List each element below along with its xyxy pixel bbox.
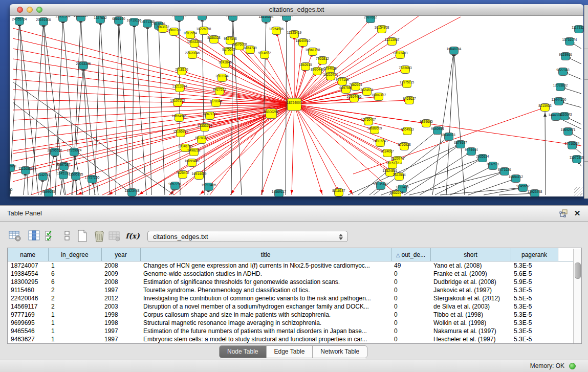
table-cell[interactable]: 9463627 (8, 335, 48, 343)
table-cell[interactable]: 9465546 (8, 327, 48, 335)
table-cell[interactable]: 5.3E-5 (511, 335, 558, 343)
graph-edge[interactable] (13, 28, 294, 104)
graph-edge[interactable] (294, 19, 371, 104)
table-cell[interactable]: 6 (48, 270, 101, 278)
close-window-icon[interactable] (17, 7, 23, 13)
table-cell[interactable]: 2008 (101, 261, 140, 270)
graph-edge[interactable] (100, 19, 110, 195)
table-cell[interactable]: Tourette syndrome. Phenomenology and cla… (140, 286, 391, 294)
table-cell[interactable]: 5.3E-5 (511, 286, 558, 294)
table-selector-dropdown[interactable]: citations_edges.txt (147, 231, 348, 242)
table-cell[interactable]: 5.9E-5 (511, 278, 558, 286)
table-cell[interactable]: Estimation of the future numbers of pati… (140, 327, 391, 335)
graph-edge[interactable] (294, 104, 390, 172)
table-row[interactable]: 977716911998Corpus callosum shape and si… (8, 311, 573, 319)
graph-edge[interactable] (499, 193, 535, 195)
graph-edge[interactable] (294, 104, 353, 195)
table-cell[interactable]: 22420046 (8, 294, 48, 302)
table-row[interactable]: 1456911722003Disruption of a novel membe… (8, 302, 573, 311)
graph-edge[interactable] (484, 188, 523, 195)
tab-network-table[interactable]: Network Table (312, 346, 367, 358)
table-cell[interactable]: 9777169 (8, 311, 48, 319)
table-cell[interactable]: 2 (48, 294, 101, 302)
table-cell[interactable]: 0 (391, 286, 430, 294)
table-cell[interactable]: 1997 (101, 335, 140, 343)
table-scrollbar-thumb[interactable] (575, 262, 581, 279)
graph-edge[interactable] (294, 104, 393, 165)
graph-edge[interactable] (454, 51, 465, 195)
table-cell[interactable]: Disruption of a novel member of a sodium… (140, 302, 391, 311)
graph-edge[interactable] (13, 49, 294, 104)
col-header-out-degree[interactable]: △out_de... (391, 248, 430, 261)
graph-edge[interactable] (294, 104, 339, 192)
zoom-window-icon[interactable] (36, 7, 42, 13)
table-row[interactable]: 946362711997Embryonic stem cells: a mode… (8, 335, 573, 343)
table-row[interactable]: 969969511998Structural magnetic resonanc… (8, 319, 573, 327)
table-cell[interactable]: Hescheler et al. (1997) (430, 335, 511, 343)
graph-node[interactable] (198, 16, 207, 20)
table-cell[interactable]: 9699695 (8, 319, 48, 327)
graph-edge[interactable] (262, 18, 266, 195)
select-rows-button[interactable] (44, 229, 57, 243)
table-cell[interactable]: 1 (48, 319, 101, 327)
table-cell[interactable]: Jankovic et al. (1997) (430, 286, 511, 294)
graph-edge[interactable] (432, 51, 454, 195)
table-cell[interactable]: 2003 (101, 302, 140, 311)
graph-edge[interactable] (32, 21, 43, 195)
graph-edge[interactable] (409, 171, 505, 195)
table-cell[interactable]: 2008 (101, 278, 140, 286)
table-cell[interactable]: Investigating the contribution of common… (140, 294, 391, 302)
table-cell[interactable]: Estimation of significance thresholds fo… (140, 278, 391, 286)
table-cell[interactable]: 0 (391, 327, 430, 335)
table-cell[interactable]: 0 (391, 319, 430, 327)
table-row[interactable]: 946554611997Estimation of the future num… (8, 327, 573, 335)
graph-edge[interactable] (147, 24, 151, 195)
table-cell[interactable]: 2012 (101, 294, 140, 302)
graph-node[interactable] (287, 98, 301, 111)
table-scrollbar[interactable] (573, 249, 581, 343)
graph-edge[interactable] (420, 158, 483, 195)
float-panel-icon[interactable] (559, 209, 569, 217)
table-cell[interactable]: Structural magnetic resonance image aver… (140, 319, 391, 327)
col-header-short[interactable]: short (430, 248, 511, 261)
table-cell[interactable]: Wolkin et al. (1998) (430, 319, 511, 327)
table-cell[interactable]: 0 (391, 294, 430, 302)
table-cell[interactable]: 5.3E-5 (511, 311, 558, 319)
graph-edge[interactable] (294, 16, 420, 104)
table-cell[interactable]: 1998 (101, 311, 140, 319)
graph-edge[interactable] (292, 104, 294, 195)
table-cell[interactable]: 5.5E-5 (511, 294, 558, 302)
table-cell[interactable]: Corpus callosum shape and size in male p… (140, 311, 391, 319)
graph-edge[interactable] (294, 104, 581, 146)
graph-edge[interactable] (13, 59, 294, 104)
graph-edge[interactable] (132, 22, 134, 195)
network-window-titlebar[interactable]: citations_edges.txt (10, 4, 583, 16)
table-cell[interactable]: 0 (391, 311, 430, 319)
table-cell[interactable]: 5.3E-5 (511, 319, 558, 327)
graph-edge[interactable] (294, 104, 407, 131)
table-cell[interactable]: de Silva et al. (2003) (430, 302, 511, 311)
table-cell[interactable]: 2 (48, 302, 101, 311)
table-cell[interactable]: 19384554 (8, 270, 48, 278)
table-cell[interactable]: 1 (48, 261, 101, 270)
resize-grip-icon[interactable] (574, 187, 582, 195)
memory-status-icon[interactable] (569, 363, 576, 369)
table-cell[interactable]: 0 (391, 335, 430, 343)
col-header-name[interactable]: name (8, 248, 48, 261)
table-cell[interactable]: 49 (391, 261, 430, 270)
graph-edge[interactable] (95, 19, 100, 195)
table-cell[interactable]: 1 (48, 327, 101, 335)
table-cell[interactable]: 5.3E-5 (511, 302, 558, 311)
toggle-panels-button[interactable] (60, 229, 74, 243)
table-cell[interactable]: 1 (48, 311, 101, 319)
graph-edge[interactable] (294, 42, 303, 104)
graph-edge[interactable] (134, 22, 146, 195)
graph-edge[interactable] (294, 104, 404, 146)
table-cell[interactable]: Genome-wide association studies in ADHD. (140, 270, 391, 278)
table-cell[interactable]: 0 (391, 278, 430, 286)
col-header-title[interactable]: title (140, 248, 391, 261)
graph-edge[interactable] (294, 104, 322, 195)
col-header-pagerank[interactable]: pagerank (511, 248, 558, 261)
table-cell[interactable]: 5.6E-5 (511, 270, 558, 278)
table-cell[interactable]: 6 (48, 278, 101, 286)
